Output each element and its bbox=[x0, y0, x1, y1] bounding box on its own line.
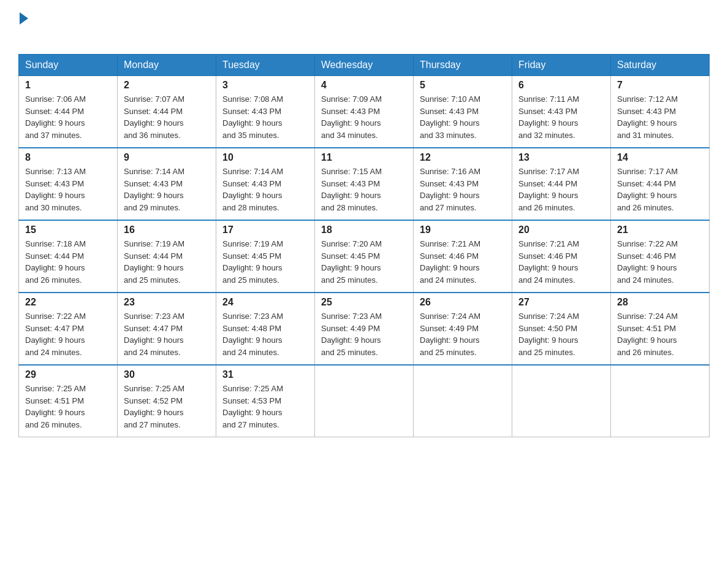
day-number: 10 bbox=[222, 152, 308, 163]
calendar-cell: 19 Sunrise: 7:21 AM Sunset: 4:46 PM Dayl… bbox=[414, 220, 512, 293]
day-info: Sunrise: 7:07 AM Sunset: 4:44 PM Dayligh… bbox=[124, 93, 210, 141]
calendar-cell: 24 Sunrise: 7:23 AM Sunset: 4:48 PM Dayl… bbox=[216, 293, 315, 365]
calendar-cell: 15 Sunrise: 7:18 AM Sunset: 4:44 PM Dayl… bbox=[19, 220, 118, 293]
calendar-cell bbox=[315, 365, 414, 437]
day-number: 2 bbox=[124, 80, 210, 91]
calendar-header-row: SundayMondayTuesdayWednesdayThursdayFrid… bbox=[19, 55, 710, 76]
calendar-cell: 30 Sunrise: 7:25 AM Sunset: 4:52 PM Dayl… bbox=[118, 365, 216, 437]
calendar-table: SundayMondayTuesdayWednesdayThursdayFrid… bbox=[18, 54, 710, 437]
day-number: 13 bbox=[518, 152, 604, 163]
calendar-cell: 29 Sunrise: 7:25 AM Sunset: 4:51 PM Dayl… bbox=[19, 365, 118, 437]
day-number: 29 bbox=[25, 369, 111, 380]
calendar-cell: 31 Sunrise: 7:25 AM Sunset: 4:53 PM Dayl… bbox=[216, 365, 315, 437]
day-info: Sunrise: 7:23 AM Sunset: 4:48 PM Dayligh… bbox=[222, 310, 308, 358]
header-thursday: Thursday bbox=[414, 55, 512, 76]
day-info: Sunrise: 7:13 AM Sunset: 4:43 PM Dayligh… bbox=[25, 166, 111, 213]
day-info: Sunrise: 7:22 AM Sunset: 4:47 PM Dayligh… bbox=[25, 310, 111, 358]
day-info: Sunrise: 7:25 AM Sunset: 4:51 PM Dayligh… bbox=[25, 383, 111, 431]
day-info: Sunrise: 7:24 AM Sunset: 4:51 PM Dayligh… bbox=[617, 310, 703, 358]
day-info: Sunrise: 7:21 AM Sunset: 4:46 PM Dayligh… bbox=[420, 238, 506, 286]
header-wednesday: Wednesday bbox=[315, 55, 414, 76]
day-number: 8 bbox=[25, 152, 111, 163]
day-number: 23 bbox=[124, 297, 210, 308]
calendar-cell bbox=[414, 365, 512, 437]
calendar-week-row: 8 Sunrise: 7:13 AM Sunset: 4:43 PM Dayli… bbox=[19, 148, 710, 220]
day-info: Sunrise: 7:23 AM Sunset: 4:47 PM Dayligh… bbox=[124, 310, 210, 358]
day-info: Sunrise: 7:21 AM Sunset: 4:46 PM Dayligh… bbox=[518, 238, 604, 286]
day-info: Sunrise: 7:23 AM Sunset: 4:49 PM Dayligh… bbox=[321, 310, 407, 358]
day-info: Sunrise: 7:24 AM Sunset: 4:50 PM Dayligh… bbox=[518, 310, 604, 358]
day-number: 15 bbox=[25, 224, 111, 236]
calendar-cell: 16 Sunrise: 7:19 AM Sunset: 4:44 PM Dayl… bbox=[118, 220, 216, 293]
day-number: 22 bbox=[25, 297, 111, 308]
day-number: 6 bbox=[518, 80, 604, 91]
calendar-cell: 2 Sunrise: 7:07 AM Sunset: 4:44 PM Dayli… bbox=[118, 76, 216, 148]
calendar-cell: 4 Sunrise: 7:09 AM Sunset: 4:43 PM Dayli… bbox=[315, 76, 414, 148]
calendar-cell: 11 Sunrise: 7:15 AM Sunset: 4:43 PM Dayl… bbox=[315, 148, 414, 220]
day-info: Sunrise: 7:06 AM Sunset: 4:44 PM Dayligh… bbox=[25, 93, 111, 141]
calendar-cell: 9 Sunrise: 7:14 AM Sunset: 4:43 PM Dayli… bbox=[118, 148, 216, 220]
day-number: 4 bbox=[321, 80, 407, 91]
calendar-cell: 26 Sunrise: 7:24 AM Sunset: 4:49 PM Dayl… bbox=[414, 293, 512, 365]
calendar-cell: 25 Sunrise: 7:23 AM Sunset: 4:49 PM Dayl… bbox=[315, 293, 414, 365]
day-info: Sunrise: 7:14 AM Sunset: 4:43 PM Dayligh… bbox=[222, 166, 308, 213]
day-info: Sunrise: 7:15 AM Sunset: 4:43 PM Dayligh… bbox=[321, 166, 407, 213]
header-friday: Friday bbox=[512, 55, 611, 76]
page-header bbox=[18, 12, 710, 44]
day-number: 26 bbox=[420, 297, 506, 308]
day-info: Sunrise: 7:17 AM Sunset: 4:44 PM Dayligh… bbox=[518, 166, 604, 213]
day-number: 18 bbox=[321, 224, 407, 236]
calendar-cell: 14 Sunrise: 7:17 AM Sunset: 4:44 PM Dayl… bbox=[611, 148, 710, 220]
day-number: 5 bbox=[420, 80, 506, 91]
calendar-cell: 22 Sunrise: 7:22 AM Sunset: 4:47 PM Dayl… bbox=[19, 293, 118, 365]
day-info: Sunrise: 7:14 AM Sunset: 4:43 PM Dayligh… bbox=[124, 166, 210, 213]
calendar-cell: 7 Sunrise: 7:12 AM Sunset: 4:43 PM Dayli… bbox=[611, 76, 710, 148]
day-number: 28 bbox=[617, 297, 703, 308]
header-tuesday: Tuesday bbox=[216, 55, 315, 76]
day-number: 3 bbox=[222, 80, 308, 91]
day-info: Sunrise: 7:17 AM Sunset: 4:44 PM Dayligh… bbox=[617, 166, 703, 213]
calendar-cell bbox=[512, 365, 611, 437]
calendar-cell: 27 Sunrise: 7:24 AM Sunset: 4:50 PM Dayl… bbox=[512, 293, 611, 365]
calendar-week-row: 1 Sunrise: 7:06 AM Sunset: 4:44 PM Dayli… bbox=[19, 76, 710, 148]
day-info: Sunrise: 7:16 AM Sunset: 4:43 PM Dayligh… bbox=[420, 166, 506, 213]
day-info: Sunrise: 7:24 AM Sunset: 4:49 PM Dayligh… bbox=[420, 310, 506, 358]
day-info: Sunrise: 7:11 AM Sunset: 4:43 PM Dayligh… bbox=[518, 93, 604, 141]
day-number: 30 bbox=[124, 369, 210, 380]
day-number: 7 bbox=[617, 80, 703, 91]
logo-arrow-icon bbox=[20, 12, 28, 25]
day-info: Sunrise: 7:10 AM Sunset: 4:43 PM Dayligh… bbox=[420, 93, 506, 141]
calendar-cell: 1 Sunrise: 7:06 AM Sunset: 4:44 PM Dayli… bbox=[19, 76, 118, 148]
calendar-cell: 23 Sunrise: 7:23 AM Sunset: 4:47 PM Dayl… bbox=[118, 293, 216, 365]
day-number: 31 bbox=[222, 369, 308, 380]
day-number: 1 bbox=[25, 80, 111, 91]
day-info: Sunrise: 7:19 AM Sunset: 4:45 PM Dayligh… bbox=[222, 238, 308, 286]
day-info: Sunrise: 7:18 AM Sunset: 4:44 PM Dayligh… bbox=[25, 238, 111, 286]
logo bbox=[18, 12, 28, 44]
header-sunday: Sunday bbox=[19, 55, 118, 76]
calendar-week-row: 22 Sunrise: 7:22 AM Sunset: 4:47 PM Dayl… bbox=[19, 293, 710, 365]
calendar-cell: 12 Sunrise: 7:16 AM Sunset: 4:43 PM Dayl… bbox=[414, 148, 512, 220]
day-number: 14 bbox=[617, 152, 703, 163]
day-number: 12 bbox=[420, 152, 506, 163]
day-info: Sunrise: 7:25 AM Sunset: 4:53 PM Dayligh… bbox=[222, 383, 308, 431]
day-number: 16 bbox=[124, 224, 210, 236]
calendar-week-row: 15 Sunrise: 7:18 AM Sunset: 4:44 PM Dayl… bbox=[19, 220, 710, 293]
day-info: Sunrise: 7:19 AM Sunset: 4:44 PM Dayligh… bbox=[124, 238, 210, 286]
calendar-cell: 21 Sunrise: 7:22 AM Sunset: 4:46 PM Dayl… bbox=[611, 220, 710, 293]
calendar-cell: 17 Sunrise: 7:19 AM Sunset: 4:45 PM Dayl… bbox=[216, 220, 315, 293]
day-number: 11 bbox=[321, 152, 407, 163]
calendar-cell bbox=[611, 365, 710, 437]
header-monday: Monday bbox=[118, 55, 216, 76]
day-info: Sunrise: 7:12 AM Sunset: 4:43 PM Dayligh… bbox=[617, 93, 703, 141]
calendar-cell: 18 Sunrise: 7:20 AM Sunset: 4:45 PM Dayl… bbox=[315, 220, 414, 293]
day-number: 25 bbox=[321, 297, 407, 308]
day-info: Sunrise: 7:09 AM Sunset: 4:43 PM Dayligh… bbox=[321, 93, 407, 141]
day-info: Sunrise: 7:22 AM Sunset: 4:46 PM Dayligh… bbox=[617, 238, 703, 286]
calendar-cell: 5 Sunrise: 7:10 AM Sunset: 4:43 PM Dayli… bbox=[414, 76, 512, 148]
calendar-cell: 3 Sunrise: 7:08 AM Sunset: 4:43 PM Dayli… bbox=[216, 76, 315, 148]
day-number: 27 bbox=[518, 297, 604, 308]
calendar-cell: 8 Sunrise: 7:13 AM Sunset: 4:43 PM Dayli… bbox=[19, 148, 118, 220]
day-number: 9 bbox=[124, 152, 210, 163]
calendar-cell: 13 Sunrise: 7:17 AM Sunset: 4:44 PM Dayl… bbox=[512, 148, 611, 220]
